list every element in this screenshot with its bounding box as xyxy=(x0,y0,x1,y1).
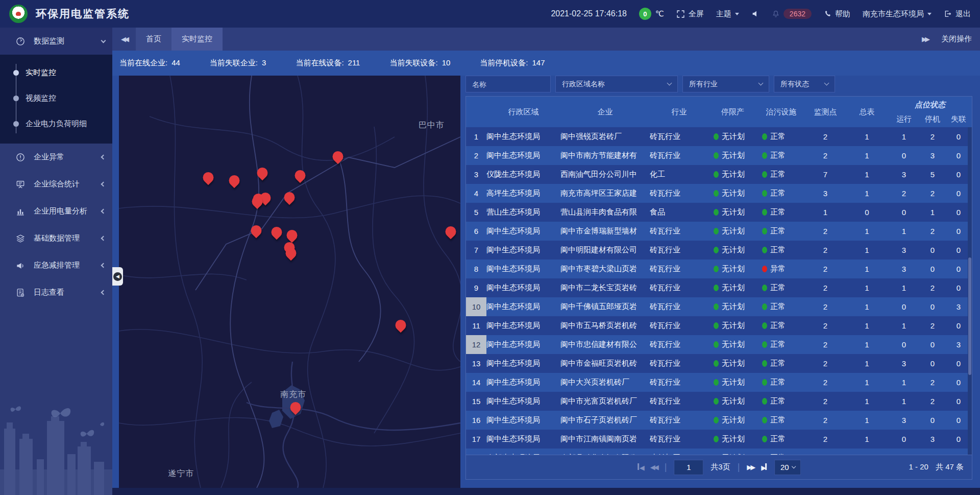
row-limit-cell: 无计划 xyxy=(708,264,757,274)
tabs-scroll-right-button[interactable]: ▶▶ xyxy=(922,35,928,43)
pagination-bar: ◀ ◀◀ | 共3页 | ▶▶ ▶ 20 1 - 2 xyxy=(466,455,972,479)
table-row[interactable]: 14 阆中生态环境局 阆中大兴页岩机砖厂 砖瓦行业 无计划 xyxy=(466,373,972,392)
industry-select[interactable]: 所有行业 xyxy=(682,76,769,92)
table-row[interactable]: 2 阆中生态环境局 阆中市南方节能建材有 砖瓦行业 无计划 xyxy=(466,146,972,165)
name-search-input[interactable] xyxy=(465,76,551,92)
sidebar-submenu-item[interactable]: 视频监控 xyxy=(0,85,112,111)
table-scrollbar[interactable] xyxy=(968,127,972,455)
sidebar-group[interactable]: 日志查看 xyxy=(0,279,112,306)
status-dot-green xyxy=(714,190,719,197)
row-industry-cell: 食品 xyxy=(650,207,708,217)
row-company-cell: 阆中市南方节能建材有 xyxy=(560,151,650,160)
status-dot-green xyxy=(714,209,719,216)
sidebar-group[interactable]: 应急减排管理 xyxy=(0,252,112,279)
region-select[interactable]: 行政区域名称 xyxy=(555,76,678,92)
table-row[interactable]: 12 阆中生态环境局 阆中市忠信建材有限公 砖瓦行业 无计划 xyxy=(466,335,972,354)
table-row[interactable]: 6 阆中生态环境局 阆中市金博瑞新型墙材 砖瓦行业 无计划 xyxy=(466,222,972,241)
table-row[interactable]: 9 阆中生态环境局 阆中市二龙长宝页岩砖 砖瓦行业 无计划 xyxy=(466,278,972,297)
status-dot-green xyxy=(714,152,719,159)
table-row[interactable]: 16 阆中生态环境局 阆中市石子页岩机砖厂 砖瓦行业 无计划 xyxy=(466,411,972,430)
row-run-cell: 1 xyxy=(889,378,919,387)
tab-bar-right: ▶▶ 关闭操作 xyxy=(922,28,980,51)
help-button[interactable]: 帮助 xyxy=(824,9,850,19)
row-region-cell: 阆中生态环境局 xyxy=(486,264,560,274)
column-header-limit: 停限产 xyxy=(708,97,757,127)
sidebar-submenu-item[interactable]: 实时监控 xyxy=(0,60,112,85)
map-panel[interactable]: 巴中市南充市遂宁市 xyxy=(119,76,460,488)
row-limit-cell: 无计划 xyxy=(708,207,757,217)
logout-button[interactable]: 退出 xyxy=(944,9,971,19)
row-points-cell: 1 xyxy=(805,208,845,217)
logout-label: 退出 xyxy=(955,9,971,19)
stat-value: 211 xyxy=(348,58,360,68)
first-page-button[interactable]: ◀ xyxy=(637,463,643,472)
row-meter-cell: 1 xyxy=(845,265,889,273)
status-dot-green xyxy=(714,322,719,329)
notifications-button[interactable]: 2632 xyxy=(772,9,812,19)
status-select[interactable]: 所有状态 xyxy=(774,76,835,92)
row-index-cell: 16 xyxy=(466,411,486,430)
status-dot-green xyxy=(714,360,719,367)
row-company-cell: 阆中市石子页岩机砖厂 xyxy=(560,415,650,425)
sidebar-group[interactable]: 企业用电量分析 xyxy=(0,198,112,225)
table-row[interactable]: 8 阆中生态环境局 阆中市枣碧大梁山页岩 砖瓦行业 无计划 xyxy=(466,260,972,278)
row-region-cell: 阆中生态环境局 xyxy=(486,302,560,312)
status-dot xyxy=(762,303,767,310)
table-row[interactable]: 3 仪陇生态环境局 西南油气田分公司川中 化工 无计划 xyxy=(466,165,972,184)
row-treatment-text: 正常 xyxy=(770,170,786,179)
row-treatment-cell: 正常 xyxy=(757,226,805,236)
table-row[interactable]: 1 阆中生态环境局 阆中强锐页岩砖厂 砖瓦行业 无计划 xyxy=(466,127,972,146)
row-run-cell: 1 xyxy=(889,284,919,292)
temperature-indicator: 0 ℃ xyxy=(639,8,664,20)
row-stop-cell: 2 xyxy=(919,321,946,330)
table-row[interactable]: 15 阆中生态环境局 阆中市光富页岩机砖厂 砖瓦行业 无计划 xyxy=(466,392,972,411)
row-meter-cell: 1 xyxy=(845,170,889,179)
row-stop-cell: 0 xyxy=(919,340,946,349)
sidebar-collapse-handle[interactable]: ◀ xyxy=(112,267,123,286)
previous-page-button[interactable]: ◀◀ xyxy=(650,463,657,471)
sidebar-group-data-monitoring[interactable]: 数据监测 xyxy=(0,28,112,55)
row-points-cell: 2 xyxy=(805,227,845,235)
table-row[interactable]: 11 阆中生态环境局 阆中市五马桥页岩机砖 砖瓦行业 无计划 xyxy=(466,316,972,335)
industry-select-value: 所有行业 xyxy=(689,80,718,89)
table-row[interactable]: 18 南部生态环境局 南部县驰华山河有限公 建材加工 无计划 xyxy=(466,449,972,455)
page-tab[interactable]: 实时监控 ✕ xyxy=(172,28,223,51)
page-number-input[interactable] xyxy=(674,460,703,475)
sound-toggle-button[interactable] xyxy=(751,10,760,18)
status-dot-green xyxy=(714,436,719,442)
row-run-cell: 0 xyxy=(889,435,919,443)
table-row[interactable]: 4 高坪生态环境局 南充市高坪区王家店建 砖瓦行业 无计划 xyxy=(466,184,972,203)
next-page-button[interactable]: ▶▶ xyxy=(747,463,754,471)
row-treatment-cell: 正常 xyxy=(757,378,805,387)
table-row[interactable]: 13 阆中生态环境局 阆中市金福旺页岩机砖 砖瓦行业 无计划 xyxy=(466,354,972,373)
row-region-cell: 营山生态环境局 xyxy=(486,207,560,217)
last-page-button[interactable]: ▶ xyxy=(761,463,767,472)
user-menu-button[interactable]: 南充市生态环境局 xyxy=(863,9,932,19)
fullscreen-button[interactable]: 全屏 xyxy=(676,9,704,19)
city-skyline-decoration xyxy=(0,398,112,495)
sidebar-group[interactable]: 企业异常 xyxy=(0,144,112,171)
page-tab[interactable]: 首页 ✕ xyxy=(136,28,172,51)
scrollbar-thumb[interactable] xyxy=(968,257,971,375)
status-dot xyxy=(762,285,767,291)
row-limit-cell: 无计划 xyxy=(708,359,757,368)
table-row[interactable]: 7 阆中生态环境局 阆中明阳建材有限公司 砖瓦行业 无计划 xyxy=(466,241,972,260)
page-size-select[interactable]: 20 xyxy=(774,460,801,475)
sidebar-group[interactable]: 企业综合统计 xyxy=(0,171,112,198)
row-points-cell: 2 xyxy=(805,378,845,387)
row-company-cell: 阆中市枣碧大梁山页岩 xyxy=(560,264,650,274)
close-operations-button[interactable]: 关闭操作 xyxy=(941,34,972,44)
table-row[interactable]: 10 阆中生态环境局 阆中千佛镇五郎垭页岩 砖瓦行业 无计划 xyxy=(466,297,972,316)
tab-label: 实时监控 xyxy=(182,34,212,44)
theme-menu-button[interactable]: 主题 xyxy=(716,9,739,19)
table-row[interactable]: 5 营山生态环境局 营山县润丰肉食品有限 食品 无计划 xyxy=(466,203,972,222)
table-row[interactable]: 17 阆中生态环境局 阆中市江南镇阆南页岩 砖瓦行业 无计划 xyxy=(466,430,972,449)
sidebar-submenu-item[interactable]: 企业电力负荷明细 xyxy=(0,111,112,136)
row-points-cell: 2 xyxy=(805,132,845,141)
stat-label: 当前在线设备: xyxy=(296,58,344,68)
row-treatment-text: 正常 xyxy=(770,283,786,293)
sidebar-group[interactable]: 基础数据管理 xyxy=(0,225,112,252)
tabs-scroll-left-button[interactable]: ◀◀ xyxy=(112,28,136,51)
row-treatment-cell: 正常 xyxy=(757,207,805,217)
row-region-cell: 阆中生态环境局 xyxy=(486,396,560,406)
